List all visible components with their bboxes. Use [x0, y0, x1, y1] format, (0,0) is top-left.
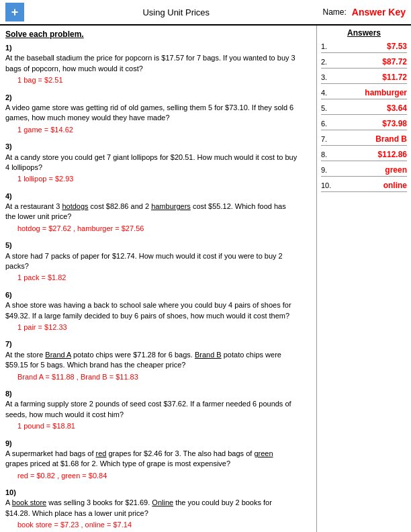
hint-10: book store = $7.23 , online = $7.14 [17, 520, 311, 530]
answer-num-2: 2. [321, 58, 333, 66]
main-layout: Solve each problem. 1) At the baseball s… [0, 26, 411, 532]
problem-7: 7) At the store Brand A potato chips wer… [5, 339, 311, 382]
answer-num-9: 9. [321, 166, 333, 174]
answer-val-5: $3.64 [333, 103, 407, 113]
problem-number-5: 5) [5, 240, 15, 251]
problem-8: 8) At a farming supply store 2 pounds of… [5, 389, 311, 432]
answer-row-3: 3. $11.72 [321, 73, 407, 84]
problem-number-3: 3) [5, 142, 15, 152]
problem-text-3: At a candy store you could get 7 giant l… [5, 152, 298, 173]
answer-row-5: 5. $3.64 [321, 103, 407, 115]
answer-val-2: $87.72 [333, 57, 407, 66]
problem-10: 10) A book store was selling 3 books for… [5, 488, 311, 531]
hint-5: 1 pack = $1.82 [17, 273, 311, 283]
answer-row-4: 4. hamburger [321, 88, 407, 99]
problem-text-7: At the store Brand A potato chips were $… [5, 350, 298, 371]
problem-text-10: A book store was selling 3 books for $21… [5, 498, 298, 519]
answer-row-7: 7. Brand B [321, 134, 407, 146]
problems-section: Solve each problem. 1) At the baseball s… [0, 26, 317, 532]
hint-1: 1 bag = $2.51 [17, 75, 311, 85]
answer-val-10: online [333, 181, 407, 190]
answer-val-8: $112.86 [333, 150, 407, 159]
answer-val-9: green [333, 165, 407, 175]
problem-number-1: 1) [5, 43, 15, 53]
answer-key-label: Answer Key [352, 7, 406, 17]
hint-8: 1 pound = $18.81 [17, 421, 311, 431]
problem-text-1: At the baseball stadium the price for po… [5, 53, 298, 74]
problem-text-5: A store had 7 packs of paper for $12.74.… [5, 251, 298, 272]
hint-9: red = $0.82 , green = $0.84 [17, 471, 311, 481]
answer-val-1: $7.53 [333, 42, 407, 51]
problem-number-9: 9) [5, 439, 15, 449]
logo-icon: + [5, 3, 24, 21]
hint-7: Brand A = $11.88 , Brand B = $11.83 [17, 372, 311, 382]
problem-3: 3) At a candy store you could get 7 gian… [5, 142, 311, 185]
answer-num-6: 6. [321, 120, 333, 128]
problem-number-4: 4) [5, 191, 15, 202]
problem-text-6: A shoe store was having a back to school… [5, 300, 298, 321]
answer-row-2: 2. $87.72 [321, 57, 407, 69]
answer-num-3: 3. [321, 73, 333, 81]
answers-title: Answers [321, 28, 407, 38]
answer-num-5: 5. [321, 104, 333, 112]
answer-row-9: 9. green [321, 165, 407, 177]
answer-row-10: 10. online [321, 181, 407, 192]
answer-val-4: hamburger [333, 88, 407, 97]
instruction: Solve each problem. [5, 30, 311, 39]
header: + Using Unit Prices Name: Answer Key [0, 0, 411, 26]
problem-number-10: 10) [5, 488, 16, 498]
hint-3: 1 lollipop = $2.93 [17, 174, 311, 184]
answer-row-6: 6. $73.98 [321, 119, 407, 130]
hint-2: 1 game = $14.62 [17, 125, 311, 135]
problem-text-2: A video game store was getting rid of ol… [5, 103, 298, 124]
answer-row-1: 1. $7.53 [321, 42, 407, 53]
answer-val-7: Brand B [333, 134, 407, 144]
answer-panel: Answers 1. $7.53 2. $87.72 3. $11.72 4. … [317, 26, 411, 532]
answer-num-7: 7. [321, 135, 333, 143]
problem-1: 1) At the baseball stadium the price for… [5, 43, 311, 86]
problem-4: 4) At a restaurant 3 hotdogs cost $82.86… [5, 191, 311, 234]
answer-val-3: $11.72 [333, 73, 407, 82]
name-label: Name: [323, 7, 347, 17]
problem-text-4: At a restaurant 3 hotdogs cost $82.86 an… [5, 202, 298, 222]
problem-6: 6) A shoe store was having a back to sch… [5, 290, 311, 333]
problem-number-6: 6) [5, 290, 15, 300]
answer-val-6: $73.98 [333, 119, 407, 128]
answer-num-1: 1. [321, 42, 333, 50]
problem-number-2: 2) [5, 93, 15, 103]
header-title: Using Unit Prices [30, 7, 323, 17]
problem-2: 2) A video game store was getting rid of… [5, 93, 311, 136]
answer-num-10: 10. [321, 181, 333, 189]
answer-row-8: 8. $112.86 [321, 150, 407, 161]
hint-4: hotdog = $27.62 , hamburger = $27.56 [17, 224, 311, 234]
problem-5: 5) A store had 7 packs of paper for $12.… [5, 240, 311, 283]
answer-num-8: 8. [321, 150, 333, 159]
problem-9: 9) A supermarket had bags of red grapes … [5, 439, 311, 482]
answer-num-4: 4. [321, 89, 333, 97]
problem-number-7: 7) [5, 339, 15, 349]
problem-number-8: 8) [5, 389, 15, 399]
hint-6: 1 pair = $12.33 [17, 322, 311, 332]
problem-text-8: At a farming supply store 2 pounds of se… [5, 399, 298, 420]
problem-text-9: A supermarket had bags of red grapes for… [5, 449, 298, 470]
